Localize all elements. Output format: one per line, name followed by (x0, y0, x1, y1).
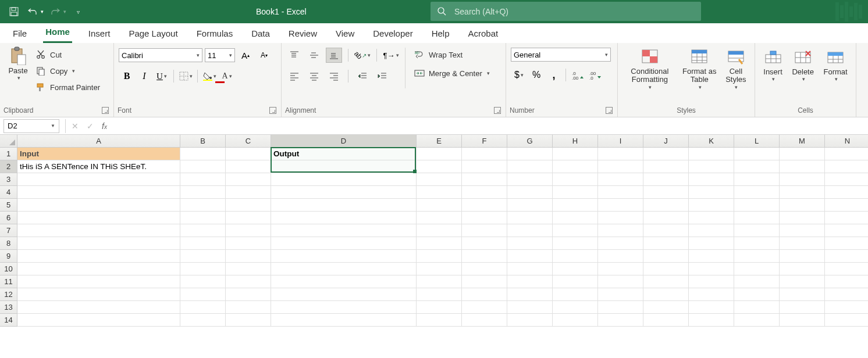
cell[interactable] (780, 288, 825, 301)
cell[interactable] (598, 212, 643, 224)
cell[interactable] (780, 160, 825, 173)
cell[interactable] (825, 250, 868, 263)
cell[interactable] (643, 199, 689, 212)
paste-button[interactable]: Paste ▾ (3, 45, 33, 82)
cell[interactable] (417, 301, 462, 314)
cell[interactable] (643, 237, 689, 250)
cell[interactable] (598, 199, 643, 212)
cell[interactable] (643, 314, 689, 327)
cell[interactable] (462, 314, 507, 327)
cell[interactable] (598, 186, 643, 199)
cell[interactable] (780, 250, 825, 263)
cell[interactable] (689, 263, 734, 275)
cell[interactable] (643, 212, 689, 224)
cell[interactable] (17, 173, 180, 186)
column-header[interactable]: I (598, 135, 643, 148)
cell[interactable] (507, 250, 553, 263)
cell[interactable] (825, 148, 868, 160)
cell[interactable] (689, 288, 734, 301)
cell[interactable] (226, 148, 271, 160)
cell[interactable] (689, 148, 734, 160)
align-top-icon[interactable] (286, 48, 303, 63)
comma-button[interactable]: , (546, 67, 562, 83)
cell[interactable] (507, 288, 553, 301)
wrap-text-button[interactable]: ab Wrap Text (411, 48, 492, 62)
cell[interactable] (780, 301, 825, 314)
cell[interactable] (689, 212, 734, 224)
cell[interactable] (553, 301, 598, 314)
cell[interactable] (598, 148, 643, 160)
underline-button[interactable]: U▾ (154, 69, 170, 84)
name-box[interactable]: D2▼ (3, 119, 59, 133)
align-left-icon[interactable] (286, 69, 303, 84)
column-header[interactable]: C (226, 135, 271, 148)
cell[interactable] (734, 275, 780, 288)
cell[interactable] (825, 212, 868, 224)
cell[interactable] (180, 288, 226, 301)
cell[interactable] (507, 237, 553, 250)
font-size-select[interactable]: 11▾ (205, 48, 235, 62)
cell[interactable] (180, 263, 226, 275)
cell[interactable] (462, 263, 507, 275)
cell[interactable] (734, 237, 780, 250)
cell[interactable] (825, 288, 868, 301)
column-header[interactable]: D (271, 135, 417, 148)
tab-page-layout[interactable]: Page Layout (126, 25, 180, 43)
column-header[interactable]: A (17, 135, 180, 148)
copy-button[interactable]: Copy ▾ (33, 64, 102, 78)
row-header[interactable]: 7 (0, 224, 17, 237)
column-header[interactable]: K (689, 135, 734, 148)
cell[interactable] (226, 263, 271, 275)
cell[interactable] (689, 314, 734, 327)
cell[interactable] (734, 250, 780, 263)
cell[interactable] (180, 224, 226, 237)
cell[interactable] (825, 263, 868, 275)
row-header[interactable]: 1 (0, 148, 17, 160)
cell[interactable] (689, 250, 734, 263)
cell[interactable] (226, 186, 271, 199)
cell[interactable] (462, 212, 507, 224)
cell[interactable] (553, 173, 598, 186)
cell[interactable] (689, 199, 734, 212)
cell[interactable] (180, 314, 226, 327)
font-name-select[interactable]: Calibri▾ (119, 48, 202, 62)
cell[interactable] (180, 301, 226, 314)
cell[interactable] (643, 301, 689, 314)
tab-review[interactable]: Review (286, 25, 319, 43)
cell[interactable] (734, 288, 780, 301)
cell[interactable] (553, 224, 598, 237)
dialog-launcher-icon[interactable] (494, 107, 501, 114)
column-header[interactable]: B (180, 135, 226, 148)
italic-button[interactable]: I (136, 69, 152, 84)
cell[interactable] (643, 148, 689, 160)
select-all-corner[interactable] (0, 135, 17, 148)
cell[interactable] (598, 160, 643, 173)
cell[interactable] (271, 288, 417, 301)
tab-home[interactable]: Home (43, 23, 72, 43)
cell[interactable] (689, 275, 734, 288)
cell[interactable] (553, 199, 598, 212)
search-box[interactable]: Search (Alt+Q) (431, 2, 701, 21)
row-header[interactable]: 3 (0, 173, 17, 186)
cell[interactable] (689, 301, 734, 314)
cell[interactable] (271, 186, 417, 199)
cell[interactable] (271, 301, 417, 314)
cell[interactable] (180, 148, 226, 160)
cell[interactable] (462, 186, 507, 199)
cell[interactable] (507, 224, 553, 237)
cell[interactable] (734, 314, 780, 327)
cell[interactable] (825, 160, 868, 173)
cell[interactable] (553, 160, 598, 173)
cell[interactable] (226, 288, 271, 301)
cell[interactable] (226, 237, 271, 250)
row-header[interactable]: 13 (0, 301, 17, 314)
row-header[interactable]: 2 (0, 160, 17, 173)
cell[interactable] (734, 301, 780, 314)
cell[interactable] (180, 173, 226, 186)
cell[interactable] (734, 173, 780, 186)
cell[interactable] (417, 263, 462, 275)
cell[interactable] (17, 186, 180, 199)
cell[interactable] (271, 224, 417, 237)
cell[interactable] (462, 275, 507, 288)
cell[interactable] (780, 224, 825, 237)
